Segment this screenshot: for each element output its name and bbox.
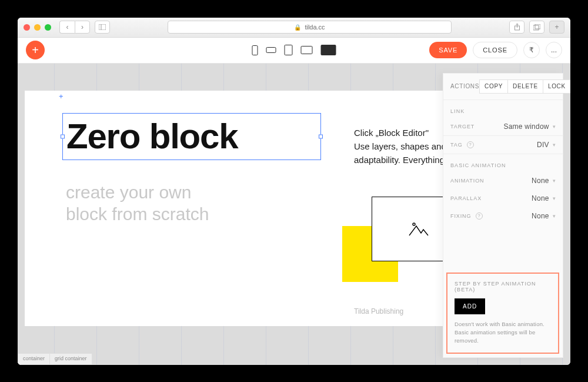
link-section-label: LINK bbox=[443, 100, 563, 118]
svg-rect-0 bbox=[99, 24, 106, 30]
close-button[interactable]: CLOSE bbox=[473, 42, 517, 58]
animation-label: ANIMATION bbox=[450, 178, 484, 184]
chevron-down-icon: ▾ bbox=[553, 124, 556, 129]
url-bar[interactable]: 🔒 tilda.cc bbox=[168, 21, 452, 34]
panel-actions-row: ACTIONS Copy Delete Lock bbox=[443, 74, 563, 100]
close-window-icon[interactable] bbox=[24, 24, 30, 31]
more-button[interactable]: ... bbox=[546, 42, 562, 58]
lock-button[interactable]: Lock bbox=[543, 79, 570, 94]
image-icon bbox=[408, 220, 429, 238]
selected-element-frame[interactable]: Zero block bbox=[62, 113, 321, 160]
svg-point-6 bbox=[413, 223, 415, 225]
target-field[interactable]: TARGET Same window ▾ bbox=[443, 118, 563, 135]
properties-panel: ACTIONS Copy Delete Lock LINK TARGET Sam… bbox=[443, 73, 563, 358]
save-button[interactable]: SAVE bbox=[429, 42, 467, 58]
editor-viewport: + SAVE CLOSE ₹ ... + Zero block bbox=[18, 38, 570, 365]
device-preview-switcher bbox=[252, 45, 336, 55]
share-button[interactable] bbox=[509, 21, 524, 34]
subtitle-line: block from scratch bbox=[66, 203, 209, 225]
sidebar-toggle-button[interactable] bbox=[95, 21, 110, 34]
tag-label: TAG bbox=[450, 141, 463, 147]
editor-toolbar: + SAVE CLOSE ₹ ... bbox=[18, 38, 570, 64]
animation-value: None bbox=[532, 177, 549, 185]
delete-button[interactable]: Delete bbox=[508, 79, 543, 94]
origin-marker-icon: + bbox=[59, 92, 64, 101]
fullscreen-window-icon[interactable] bbox=[45, 24, 51, 31]
browser-chrome: ‹ › 🔒 tilda.cc + bbox=[18, 18, 570, 38]
subtitle-line: create your own bbox=[66, 181, 209, 204]
parallax-field[interactable]: PARALLAX None ▾ bbox=[443, 190, 563, 207]
canvas-credit-text: Tilda Publishing bbox=[354, 307, 403, 315]
chevron-down-icon: ▾ bbox=[553, 213, 556, 219]
help-icon[interactable]: ? bbox=[467, 141, 474, 148]
minimize-window-icon[interactable] bbox=[34, 24, 41, 31]
forward-button[interactable]: › bbox=[75, 21, 90, 34]
new-tab-button[interactable]: + bbox=[549, 21, 564, 34]
device-mobile-landscape-icon[interactable] bbox=[266, 47, 276, 53]
breadcrumb-item[interactable]: container bbox=[18, 353, 50, 365]
layers-button[interactable]: ₹ bbox=[523, 42, 540, 58]
step-animation-title: STEP BY STEP ANIMATION (BETA) bbox=[455, 281, 551, 293]
animation-field[interactable]: ANIMATION None ▾ bbox=[443, 172, 563, 190]
traffic-lights bbox=[24, 24, 51, 31]
chevron-down-icon: ▾ bbox=[553, 195, 556, 201]
browser-window: ‹ › 🔒 tilda.cc + + bbox=[18, 18, 570, 365]
lock-icon: 🔒 bbox=[294, 24, 301, 31]
target-value: Same window bbox=[503, 122, 549, 131]
url-text: tilda.cc bbox=[305, 24, 325, 31]
device-desktop-icon[interactable] bbox=[321, 45, 336, 55]
device-tablet-portrait-icon[interactable] bbox=[285, 45, 293, 55]
resize-handle-left-icon[interactable] bbox=[61, 134, 65, 138]
svg-rect-4 bbox=[533, 25, 539, 30]
nav-back-forward: ‹ › bbox=[59, 21, 90, 34]
resize-handle-right-icon[interactable] bbox=[319, 134, 323, 138]
fixing-value: None bbox=[532, 212, 549, 220]
copy-button[interactable]: Copy bbox=[479, 79, 508, 94]
svg-rect-5 bbox=[535, 24, 540, 29]
device-mobile-portrait-icon[interactable] bbox=[252, 45, 258, 55]
help-icon[interactable]: ? bbox=[476, 212, 483, 220]
tag-field[interactable]: TAG ? DIV ▾ bbox=[443, 136, 563, 154]
add-element-button[interactable]: + bbox=[26, 41, 45, 59]
chevron-down-icon: ▾ bbox=[553, 178, 556, 184]
basic-animation-title: BASIC ANIMATION bbox=[443, 154, 563, 172]
add-step-button[interactable]: ADD bbox=[455, 298, 485, 314]
panel-actions-label: ACTIONS bbox=[450, 83, 479, 89]
chevron-down-icon: ▾ bbox=[553, 142, 556, 148]
parallax-value: None bbox=[532, 194, 549, 202]
back-button[interactable]: ‹ bbox=[59, 21, 75, 34]
breadcrumb-item[interactable]: grid container bbox=[50, 353, 92, 365]
tabs-button[interactable] bbox=[529, 21, 544, 34]
parallax-label: PARALLAX bbox=[450, 195, 482, 201]
fixing-field[interactable]: FIXING ? None ▾ bbox=[443, 207, 563, 225]
canvas-heading-text[interactable]: Zero block bbox=[63, 114, 320, 159]
tag-value: DIV bbox=[537, 141, 549, 149]
canvas-subtitle-text[interactable]: create your own block from scratch bbox=[66, 181, 209, 225]
step-animation-note: Doesn't work with Basic animation. Basic… bbox=[455, 320, 551, 346]
fixing-label: FIXING bbox=[450, 212, 471, 218]
step-animation-section: STEP BY STEP ANIMATION (BETA) ADD Doesn'… bbox=[446, 273, 559, 354]
breadcrumb: container grid container bbox=[18, 353, 92, 365]
device-tablet-landscape-icon[interactable] bbox=[301, 46, 313, 54]
target-label: TARGET bbox=[450, 124, 475, 129]
